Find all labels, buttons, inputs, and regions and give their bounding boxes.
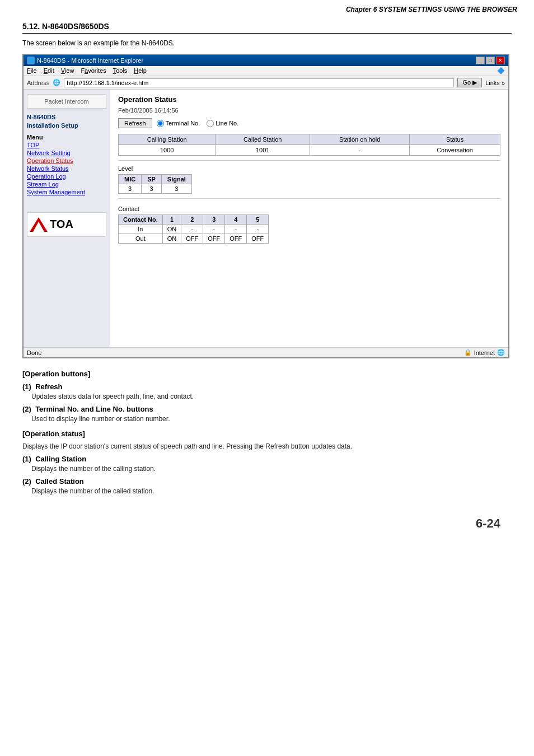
chapter-header: Chapter 6 SYSTEM SETTINGS USING THE BROW…	[0, 0, 534, 16]
browser-window: 🌐 N-8640DS - Microsoft Internet Explorer…	[22, 54, 509, 358]
doc-status-item-1: (1) Calling Station Displays the number …	[22, 455, 512, 473]
sidebar-item-operation-log[interactable]: Operation Log	[27, 173, 106, 180]
page-num-text: 6-24	[476, 516, 500, 530]
in-label: In	[119, 225, 163, 234]
doc-item-2-title: (2) Terminal No. and Line No. buttons	[22, 405, 512, 413]
line-radio-label[interactable]: Line No.	[207, 120, 238, 127]
out-row: Out ON OFF OFF OFF OFF	[119, 234, 269, 244]
logo-text: Packet Intercom	[44, 98, 88, 105]
col-called-station: Called Station	[216, 134, 310, 145]
doc-status-item-1-number: (1)	[22, 455, 31, 463]
sidebar-nav: Menu TOP Network Setting Operation Statu…	[27, 134, 106, 195]
doc-item-2: (2) Terminal No. and Line No. buttons Us…	[22, 405, 512, 423]
line-radio-text: Line No.	[216, 120, 238, 127]
minimize-btn[interactable]: _	[476, 57, 485, 64]
menu-file[interactable]: File	[27, 67, 37, 74]
val-signal: 3	[161, 184, 191, 194]
op-buttons-header: [Operation buttons]	[22, 370, 512, 378]
op-status-title: Operation Status	[118, 95, 500, 104]
browser-body: Packet Intercom N-8640DS Installation Se…	[24, 90, 508, 347]
in-val-5: -	[247, 225, 269, 234]
restore-btn[interactable]: □	[486, 57, 495, 64]
toa-logo: TOA	[30, 217, 104, 232]
level-label: Level	[118, 165, 500, 172]
titlebar-left: 🌐 N-8640DS - Microsoft Internet Explorer	[27, 57, 143, 64]
line-radio[interactable]	[207, 120, 214, 127]
address-icon: 🌐	[53, 79, 60, 86]
col-signal: Signal	[161, 175, 191, 184]
close-btn[interactable]: ✕	[496, 57, 505, 64]
doc-status-item-2-number: (2)	[22, 477, 31, 486]
toa-logo-area: TOA	[27, 212, 106, 237]
menu-favorites[interactable]: Favorites	[81, 67, 106, 74]
contact-no-header: Contact No.	[119, 215, 163, 225]
op-status-desc: Displays the IP door station's current s…	[22, 442, 512, 450]
terminal-radio[interactable]	[157, 120, 164, 127]
level-table: MIC SP Signal 3 3 3	[118, 174, 192, 194]
refresh-row: Refresh Terminal No. Line No.	[118, 118, 500, 128]
table-row: 1000 1001 - Conversation	[119, 145, 500, 156]
browser-titlebar: 🌐 N-8640DS - Microsoft Internet Explorer…	[24, 55, 508, 66]
out-val-4: OFF	[225, 234, 247, 244]
col-status: Status	[410, 134, 500, 145]
doc-status-item-1-text: Displays the number of the calling stati…	[22, 465, 512, 473]
menu-edit[interactable]: Edit	[44, 67, 54, 74]
cell-called: 1001	[216, 145, 310, 156]
browser-menubar: File Edit View Favorites Tools Help 🔷	[24, 66, 508, 76]
val-mic: 3	[119, 184, 142, 194]
doc-section: [Operation buttons] (1) Refresh Updates …	[22, 370, 512, 511]
titlebar-controls[interactable]: _ □ ✕	[476, 57, 505, 64]
doc-item-2-label: Terminal No. and Line No. buttons	[35, 405, 153, 413]
col-station-on-hold: Station on hold	[310, 134, 410, 145]
level-row: 3 3 3	[119, 184, 192, 194]
col-sp: SP	[142, 175, 162, 184]
status-table: Calling Station Called Station Station o…	[118, 134, 500, 156]
doc-status-item-1-label: Calling Station	[35, 455, 86, 463]
statusbar-left: Done	[27, 349, 41, 356]
out-val-3: OFF	[203, 234, 225, 244]
browser-addressbar: Address 🌐 Go ▶ Links »	[24, 76, 508, 90]
cell-status: Conversation	[410, 145, 500, 156]
sidebar-logo: Packet Intercom	[27, 94, 106, 109]
toa-text: TOA	[50, 218, 73, 231]
go-button[interactable]: Go ▶	[457, 78, 482, 87]
in-val-3: -	[203, 225, 225, 234]
sidebar-item-network-status[interactable]: Network Status	[27, 165, 106, 172]
contact-5: 5	[247, 215, 269, 225]
refresh-button[interactable]: Refresh	[118, 118, 152, 128]
contact-table: Contact No. 1 2 3 4 5 In ON	[118, 214, 269, 244]
menu-help[interactable]: Help	[134, 67, 147, 74]
contact-label: Contact	[118, 206, 500, 212]
radio-group: Terminal No. Line No.	[157, 120, 239, 127]
doc-item-1-number: (1)	[22, 382, 31, 391]
sidebar-item-network-setting[interactable]: Network Setting	[27, 150, 106, 156]
chapter-header-text: Chapter 6 SYSTEM SETTINGS USING THE BROW…	[346, 6, 517, 13]
menu-view[interactable]: View	[61, 67, 74, 74]
browser-icon: 🌐	[27, 57, 35, 64]
doc-item-1-title: (1) Refresh	[22, 382, 512, 391]
val-sp: 3	[142, 184, 162, 194]
toa-icon	[30, 217, 48, 232]
page-number: 6-24	[22, 516, 512, 531]
doc-status-item-2: (2) Called Station Displays the number o…	[22, 477, 512, 495]
titlebar-text: N-8640DS - Microsoft Internet Explorer	[37, 57, 143, 64]
sidebar-item-operation-status[interactable]: Operation Status	[27, 157, 106, 164]
terminal-radio-label[interactable]: Terminal No.	[157, 120, 200, 127]
menu-heading: Menu	[27, 134, 106, 141]
in-row: In ON - - - -	[119, 225, 269, 234]
sidebar-item-top[interactable]: TOP	[27, 142, 106, 148]
doc-item-2-number: (2)	[22, 405, 31, 413]
divider-1	[118, 160, 500, 161]
browser-statusbar: Done 🔒 Internet 🌐	[24, 347, 508, 357]
timestamp: Feb/10/2005 16:14:56	[118, 107, 500, 114]
sidebar-item-stream-log[interactable]: Stream Log	[27, 181, 106, 188]
address-input[interactable]	[64, 78, 454, 87]
col-mic: MIC	[119, 175, 142, 184]
doc-item-1-text: Updates status data for speech path, lin…	[22, 393, 512, 400]
browser-logo-area: 🔷	[497, 67, 505, 74]
menu-tools[interactable]: Tools	[113, 67, 128, 74]
op-status-header: [Operation status]	[22, 430, 512, 438]
sidebar-item-system-management[interactable]: System Management	[27, 189, 106, 195]
links-label: Links »	[485, 80, 505, 86]
in-val-1: ON	[162, 225, 181, 234]
